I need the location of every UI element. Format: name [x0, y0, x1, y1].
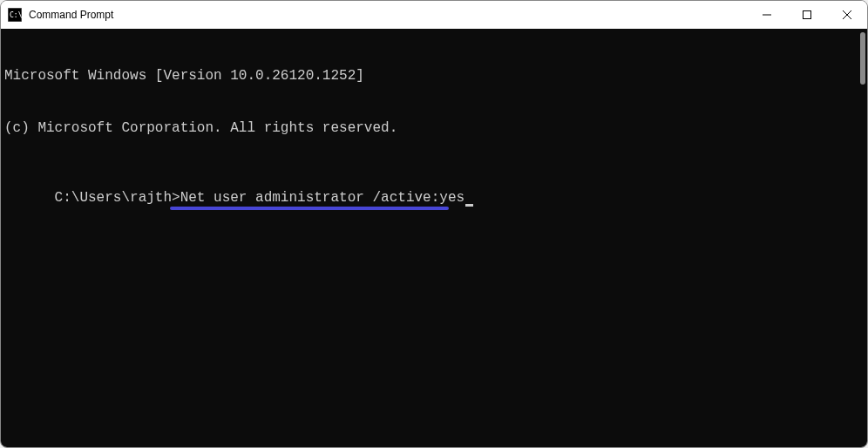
prompt-path: C:\Users\rajth> [55, 190, 180, 206]
close-button[interactable] [827, 1, 867, 29]
cmd-icon: C:\ [8, 8, 22, 22]
prompt-line: C:\Users\rajth>Net user administrator /a… [55, 189, 473, 207]
svg-text:C:\: C:\ [10, 11, 22, 19]
titlebar[interactable]: C:\ Command Prompt [1, 1, 867, 29]
maximize-button[interactable] [787, 1, 827, 29]
terminal-content: Microsoft Windows [Version 10.0.26120.12… [1, 29, 867, 227]
window-title: Command Prompt [29, 9, 747, 21]
command-prompt-window: C:\ Command Prompt Microsoft Windows [Ve… [0, 0, 868, 448]
scrollbar-thumb[interactable] [860, 32, 865, 85]
terminal-area[interactable]: Microsoft Windows [Version 10.0.26120.12… [1, 29, 867, 447]
terminal-line-copyright: (c) Microsoft Corporation. All rights re… [4, 119, 864, 137]
window-controls [747, 1, 867, 29]
terminal-line-version: Microsoft Windows [Version 10.0.26120.12… [4, 67, 864, 85]
typed-command: Net user administrator /active:yes [180, 190, 465, 206]
annotation-underline [170, 207, 449, 210]
cursor [465, 204, 473, 207]
minimize-button[interactable] [747, 1, 787, 29]
svg-rect-3 [804, 11, 811, 19]
